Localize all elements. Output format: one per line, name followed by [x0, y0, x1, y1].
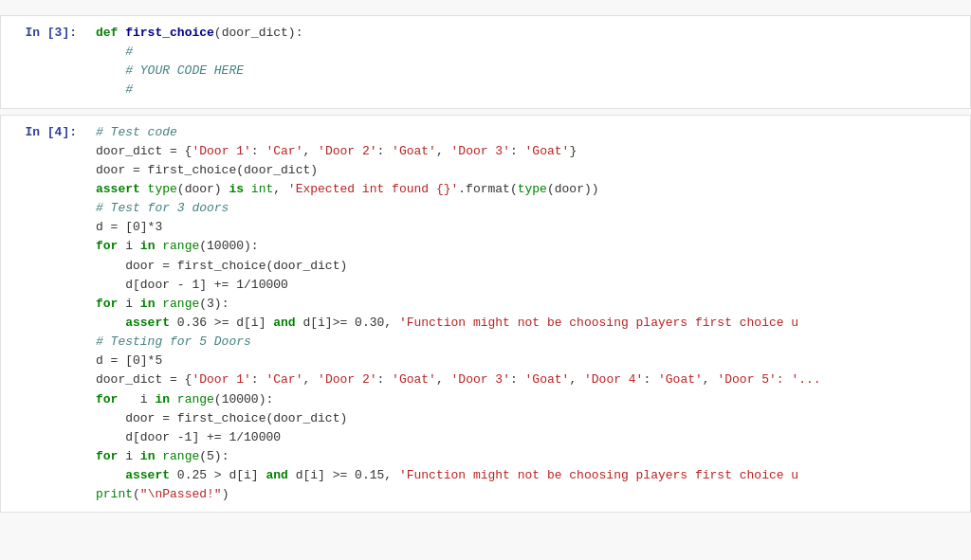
code-line-1-10: assert 0.36 >= d[i] and d[i]>= 0.30, 'Fu… — [96, 314, 961, 333]
code-line-0-3: # — [96, 81, 961, 99]
cell-prompt-1: In [4]: — [1, 116, 86, 513]
code-line-1-4: # Test for 3 doors — [96, 199, 961, 218]
code-line-1-17: d[door -1] += 1/10000 — [96, 428, 961, 447]
code-line-1-8: d[door - 1] += 1/10000 — [96, 276, 961, 295]
code-line-1-19: assert 0.25 > d[i] and d[i] >= 0.15, 'Fu… — [96, 466, 961, 485]
code-line-1-2: door = first_choice(door_dict) — [96, 161, 961, 180]
notebook: In [3]:def first_choice(door_dict): # # … — [0, 0, 971, 528]
code-line-1-6: for i in range(10000): — [96, 237, 961, 256]
code-line-1-9: for i in range(3): — [96, 295, 961, 314]
code-line-1-5: d = [0]*3 — [96, 218, 961, 237]
cell-0[interactable]: In [3]:def first_choice(door_dict): # # … — [0, 15, 971, 109]
cell-content-1: # Test codedoor_dict = {'Door 1': 'Car',… — [86, 116, 970, 513]
code-line-0-2: # YOUR CODE HERE — [96, 62, 961, 81]
code-line-1-12: # Testing for 5 Doors — [96, 333, 961, 352]
code-line-1-15: for i in range(10000): — [96, 390, 961, 409]
code-line-1-21: print("\nPassed!") — [96, 485, 961, 504]
code-line-1-14: door_dict = {'Door 1': 'Car', 'Door 2': … — [96, 370, 961, 389]
cell-content-0: def first_choice(door_dict): # # YOUR CO… — [86, 16, 970, 108]
code-line-1-0: # Test code — [96, 123, 961, 142]
code-line-1-7: door = first_choice(door_dict) — [96, 257, 961, 276]
cell-1[interactable]: In [4]:# Test codedoor_dict = {'Door 1':… — [0, 115, 971, 514]
code-line-1-18: for i in range(5): — [96, 447, 961, 466]
code-line-1-13: d = [0]*5 — [96, 352, 961, 370]
cell-prompt-0: In [3]: — [1, 16, 86, 108]
code-line-1-3: assert type(door) is int, 'Expected int … — [96, 180, 961, 199]
code-line-0-0: def first_choice(door_dict): — [96, 24, 961, 43]
code-line-0-1: # — [96, 43, 961, 62]
code-line-1-16: door = first_choice(door_dict) — [96, 409, 961, 428]
code-line-1-1: door_dict = {'Door 1': 'Car', 'Door 2': … — [96, 142, 961, 161]
